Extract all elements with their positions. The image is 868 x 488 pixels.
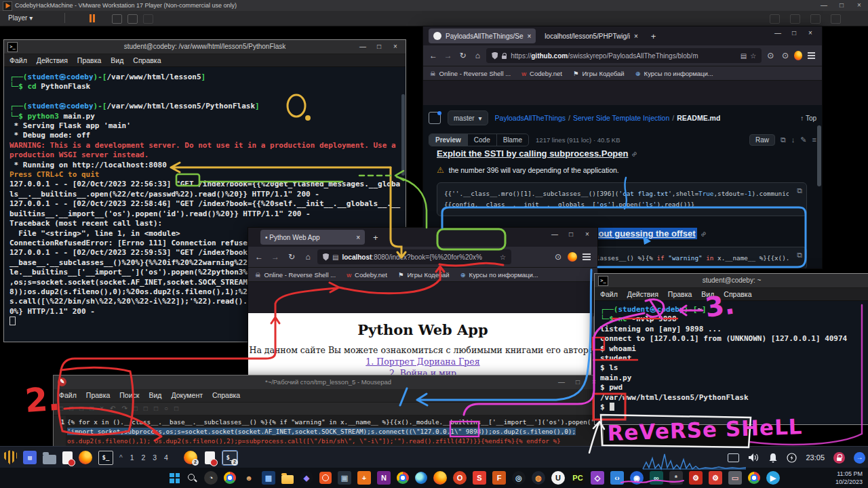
tab-payloadsallthethings[interactable]: PayloadsAllTheThings/Se × <box>429 28 536 43</box>
code-block-1[interactable]: {{''.__class__.mro()[1].__subclasses__()… <box>437 182 807 216</box>
new-tab-button[interactable]: + <box>369 232 382 243</box>
back-button[interactable]: ← <box>427 51 439 60</box>
menu-item[interactable]: Правка <box>77 54 101 66</box>
firefox-account-icon[interactable] <box>568 252 577 262</box>
tab-close-icon[interactable]: × <box>634 33 638 40</box>
download-icon[interactable]: ↓ <box>791 136 795 144</box>
menu-item[interactable]: Вид <box>701 288 714 300</box>
link-chain-icon[interactable]: ∞ <box>698 229 708 239</box>
taskbar-icon[interactable]: PC <box>571 471 585 485</box>
taskbar-icon[interactable]: ◇ <box>591 471 604 485</box>
bookmark-item[interactable]: w Codeby.net <box>347 271 387 279</box>
menu-item[interactable]: Справка <box>133 54 161 66</box>
taskbar-icon[interactable]: ◆ <box>300 471 313 485</box>
dock-item[interactable] <box>43 455 56 464</box>
mousepad-editor[interactable]: 1 {% for x in ().__class__.__base__.__su… <box>54 415 603 447</box>
running-app[interactable]: 2 <box>184 451 197 464</box>
minimize-button[interactable]: — <box>554 375 569 389</box>
clock[interactable]: 23:05 <box>806 453 825 462</box>
vmware-maximize-button[interactable]: □ <box>833 0 850 11</box>
bookmark-item[interactable]: ⚑ Игры Кодебай <box>398 271 450 279</box>
minimize-button[interactable]: — <box>547 228 562 241</box>
taskbar-icon[interactable] <box>319 472 332 484</box>
updates-icon[interactable]: → <box>854 452 865 464</box>
menu-item[interactable]: Файл <box>9 54 27 66</box>
running-app[interactable]: $_ 2 <box>222 451 237 465</box>
bookmark-item[interactable]: ⊕ Курсы по информаци... <box>635 70 713 77</box>
tab-localhost-phptwig[interactable]: localhost/lesson5/PHPTwig/i × <box>540 28 642 43</box>
breadcrumb-item[interactable]: / <box>568 114 570 122</box>
taskbar-icon[interactable] <box>186 472 198 484</box>
url-bar[interactable]: ▤ localhost:8080/index?book={%%20for%20x… <box>317 249 511 264</box>
taskbar-icon[interactable]: ∞ <box>650 471 663 485</box>
heading-subprocess-popen[interactable]: Exploit the SSTI by calling subprocess.P… <box>437 150 628 159</box>
copy-code-icon[interactable]: ⧉ <box>797 186 802 195</box>
taskbar-icon[interactable] <box>433 471 447 485</box>
bookmark-item[interactable]: ☠ Online - Reverse Shell ... <box>430 70 511 77</box>
terminal-output[interactable]: ┌──(student㉿codeby)-[~] └─$ nc -nvlp 989… <box>595 301 868 426</box>
home-button[interactable]: ⌂ <box>301 252 315 262</box>
taskbar-icon[interactable]: ‹› <box>610 471 624 485</box>
taskbar-icon[interactable]: ◉ <box>630 471 644 485</box>
back-to-top-link[interactable]: ↑ Top <box>800 115 816 122</box>
volume-icon[interactable] <box>748 453 760 462</box>
toolbar-icon[interactable]: □ <box>174 403 178 415</box>
taskbar-icon[interactable]: ⚙ <box>709 471 722 485</box>
breadcrumb-item[interactable]: PayloadsAllTheThings <box>495 114 566 122</box>
book-link[interactable]: 1. Портрет Дориана Грея <box>248 357 597 367</box>
toolbar-icon[interactable]: □ <box>59 403 63 415</box>
minimize-button[interactable]: — <box>770 26 785 40</box>
toolbar-icon[interactable]: □ <box>154 403 158 415</box>
tab-python-web-app[interactable]: • Python Web App × <box>260 230 365 245</box>
minimize-button[interactable]: — <box>355 40 370 54</box>
taskbar-icon[interactable]: ▶ <box>766 471 780 485</box>
tracking-shield-icon[interactable] <box>492 52 498 60</box>
back-button[interactable]: ← <box>252 252 266 262</box>
menu-item[interactable]: Правка <box>668 288 692 300</box>
taskbar-icon[interactable]: ☻ <box>242 471 256 485</box>
dock-item[interactable]: ▤ <box>23 451 37 464</box>
branch-selector[interactable]: master▾ <box>448 110 488 125</box>
tab-close-icon[interactable]: × <box>356 234 360 241</box>
menu-icon[interactable] <box>583 256 591 258</box>
pocket-icon[interactable]: ⊙ <box>551 252 565 262</box>
taskbar-icon[interactable]: F <box>492 471 506 485</box>
taskbar-icon[interactable] <box>224 472 236 484</box>
taskbar-icon[interactable]: ▦ <box>262 471 275 485</box>
close-button[interactable]: × <box>580 228 595 241</box>
taskbar-icon[interactable] <box>748 472 760 484</box>
workspace-switcher[interactable]: 1 2 3 4 <box>130 453 171 462</box>
file-view-tab[interactable]: Preview <box>429 134 468 146</box>
toolbar-icon[interactable]: ↶ <box>110 403 115 415</box>
terminal-titlebar[interactable]: >_ student@codeby: ~ <box>595 274 868 288</box>
taskbar-icon[interactable]: U <box>551 471 565 485</box>
taskbar-icon[interactable]: ▭ <box>728 471 742 485</box>
toolbar-icon[interactable]: × <box>100 403 104 415</box>
taskbar-icon[interactable]: N <box>377 471 391 485</box>
taskbar-icon[interactable]: ◎ <box>512 471 526 485</box>
toolbar-icon[interactable]: □ <box>134 403 138 415</box>
tab-close-icon[interactable]: × <box>528 33 532 40</box>
power-manager-icon[interactable] <box>787 453 797 463</box>
toolbar-icon[interactable]: ↷ <box>121 403 127 415</box>
menu-item[interactable]: Файл <box>600 288 618 300</box>
taskbar-icon[interactable]: S <box>473 471 486 485</box>
copy-code-icon[interactable]: ⧉ <box>797 251 802 260</box>
bookmark-item[interactable]: ⊕ Курсы по информаци... <box>460 271 538 279</box>
menu-item[interactable]: Справка <box>724 288 751 300</box>
windows-clock[interactable]: 11:05 PM 10/2/2023 <box>835 470 863 486</box>
edit-pencil-icon[interactable]: ✎ <box>800 136 806 144</box>
breadcrumb-item[interactable]: README.md <box>677 114 720 122</box>
vm-fullscreen-icon[interactable] <box>127 14 138 24</box>
menu-icon[interactable] <box>808 55 815 56</box>
menu-item[interactable]: Справка <box>212 389 240 402</box>
new-tab-button[interactable]: + <box>647 31 660 41</box>
menu-item[interactable]: Вид <box>149 389 161 402</box>
page-scrollbar[interactable] <box>817 125 821 186</box>
dock-item[interactable] <box>62 451 73 464</box>
bookmark-item[interactable]: ☠ Online - Reverse Shell ... <box>255 271 336 279</box>
bookmark-star-icon[interactable]: ☆ <box>500 253 506 261</box>
running-app[interactable]: 2 <box>205 451 215 464</box>
tracking-shield-icon[interactable] <box>323 253 329 261</box>
link-chain-icon[interactable]: ∞ <box>629 150 639 159</box>
